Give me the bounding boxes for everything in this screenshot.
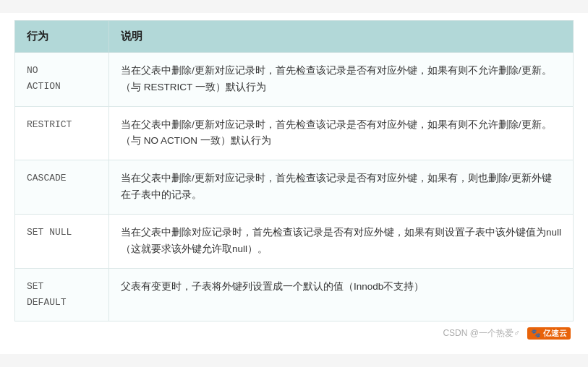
table-row: CASCADE当在父表中删除/更新对应记录时，首先检查该记录是否有对应外键，如果…	[15, 160, 574, 215]
table-row: SET NULL当在父表中删除对应记录时，首先检查该记录是否有对应外键，如果有则…	[15, 215, 574, 269]
description-cell: 当在父表中删除/更新对应记录时，首先检查该记录是否有对应外键，如果有则不允许删除…	[109, 106, 574, 160]
footer: CSDN @一个热爱♂ 🐾 亿速云	[14, 327, 574, 340]
footer-csdn-text: CSDN @一个热爱♂	[443, 327, 520, 340]
footer-yisu-logo: 🐾 亿速云	[527, 327, 571, 340]
action-cell: RESTRICT	[15, 106, 109, 160]
behavior-table: 行为 说明 NO ACTION当在父表中删除/更新对应记录时，首先检查该记录是否…	[14, 20, 574, 322]
header-action: 行为	[15, 20, 109, 52]
table-header-row: 行为 说明	[15, 20, 574, 52]
action-cell: CASCADE	[15, 160, 109, 215]
table-row: RESTRICT当在父表中删除/更新对应记录时，首先检查该记录是否有对应外键，如…	[15, 106, 574, 160]
table-row: SET DEFAULT父表有变更时，子表将外键列设置成一个默认的值（Innodb…	[15, 269, 574, 321]
description-cell: 当在父表中删除/更新对应记录时，首先检查该记录是否有对应外键，如果有则不允许删除…	[109, 52, 574, 106]
action-cell: SET NULL	[15, 215, 109, 269]
description-cell: 当在父表中删除/更新对应记录时，首先检查该记录是否有对应外键，如果有，则也删除/…	[109, 160, 574, 215]
action-cell: SET DEFAULT	[15, 269, 109, 321]
main-container: 行为 说明 NO ACTION当在父表中删除/更新对应记录时，首先检查该记录是否…	[0, 13, 588, 355]
table-row: NO ACTION当在父表中删除/更新对应记录时，首先检查该记录是否有对应外键，…	[15, 52, 574, 106]
description-cell: 当在父表中删除对应记录时，首先检查该记录是否有对应外键，如果有则设置子表中该外键…	[109, 215, 574, 269]
description-cell: 父表有变更时，子表将外键列设置成一个默认的值（Innodb不支持）	[109, 269, 574, 321]
action-cell: NO ACTION	[15, 52, 109, 106]
header-description: 说明	[109, 20, 574, 52]
footer-logo-icon: 🐾	[531, 329, 541, 337]
